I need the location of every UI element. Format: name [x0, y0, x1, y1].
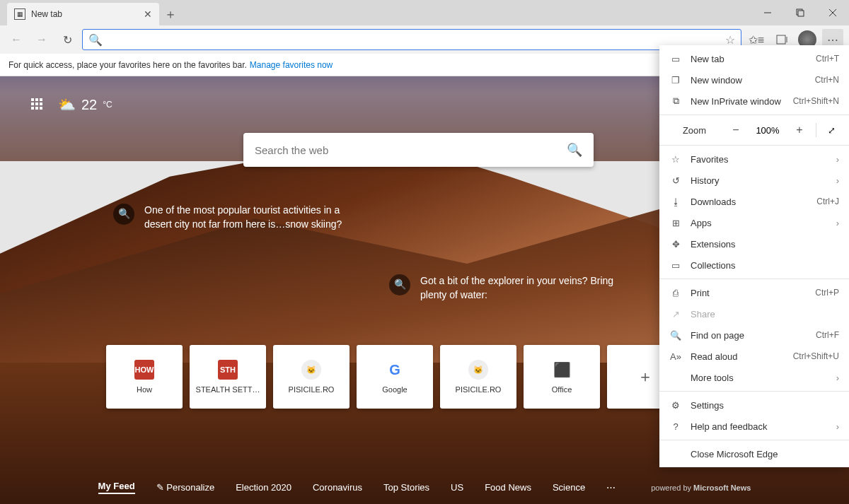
- page-layout-icon[interactable]: [31, 98, 44, 111]
- weather-unit: °C: [103, 100, 112, 110]
- menu-collections[interactable]: ▭Collections: [659, 254, 849, 276]
- zoom-in-button[interactable]: +: [790, 124, 809, 136]
- svg-rect-5: [777, 35, 785, 44]
- menu-apps[interactable]: ⊞Apps›: [659, 212, 849, 233]
- zoom-out-button[interactable]: −: [727, 124, 745, 136]
- menu-settings[interactable]: ⚙Settings: [659, 394, 849, 416]
- svg-rect-2: [798, 11, 804, 16]
- powered-by-label: powered by Microsoft News: [651, 484, 751, 492]
- collections-icon: ▭: [669, 260, 682, 271]
- zoom-label: Zoom: [669, 125, 720, 136]
- menu-new-inprivate[interactable]: ⧉New InPrivate windowCtrl+Shift+N: [659, 90, 849, 112]
- tab-favicon-icon: ▦: [14, 8, 25, 20]
- settings-menu: ▭New tabCtrl+T ❐New windowCtrl+N ⧉New In…: [659, 45, 849, 467]
- apps-icon: ⊞: [669, 218, 682, 228]
- titlebar: ▦ New tab ✕ ＋: [0, 0, 849, 25]
- menu-downloads[interactable]: ⭳DownloadsCtrl+J: [659, 191, 849, 212]
- menu-more-tools[interactable]: More tools›: [659, 367, 849, 388]
- extensions-icon: ✥: [669, 239, 682, 250]
- menu-help[interactable]: ?Help and feedback›: [659, 416, 849, 437]
- address-input[interactable]: [107, 35, 725, 45]
- chevron-right-icon: ›: [836, 154, 839, 165]
- quick-link-pisicile-2[interactable]: 🐱PISICILE.RO: [440, 345, 516, 409]
- manage-favorites-link[interactable]: Manage favorites now: [250, 60, 333, 70]
- chevron-right-icon: ›: [836, 175, 839, 186]
- quick-link-stealth[interactable]: STHSTEALTH SETT…: [190, 345, 266, 409]
- trivia-card-1[interactable]: 🔍 One of the most popular tourist activi…: [113, 204, 361, 231]
- feed-tab-coronavirus[interactable]: Coronavirus: [313, 482, 362, 493]
- plus-icon: ＋: [637, 366, 653, 387]
- new-tab-icon: ▭: [669, 54, 682, 64]
- favorites-hint: For quick access, place your favorites h…: [8, 60, 247, 70]
- download-icon: ⭳: [669, 197, 682, 207]
- tab-close-icon[interactable]: ✕: [144, 8, 152, 20]
- web-search-box[interactable]: 🔍: [243, 133, 594, 167]
- new-tab-button[interactable]: ＋: [159, 3, 182, 25]
- menu-find[interactable]: 🔍Find on pageCtrl+F: [659, 324, 849, 346]
- weather-widget[interactable]: ⛅ 22°C: [58, 96, 112, 113]
- magnify-icon: 🔍: [389, 274, 410, 295]
- feed-tab-science[interactable]: Science: [553, 482, 585, 493]
- tile-label: Office: [552, 385, 572, 394]
- top-widgets: ⛅ 22°C: [31, 96, 112, 113]
- share-icon: ↗: [669, 309, 682, 320]
- feed-tab-topstories[interactable]: Top Stories: [383, 482, 429, 493]
- print-icon: ⎙: [669, 288, 682, 298]
- gear-icon: ⚙: [669, 400, 682, 411]
- address-bar[interactable]: 🔍 ☆: [82, 29, 741, 50]
- tile-label: STEALTH SETT…: [196, 385, 260, 394]
- forward-button[interactable]: →: [31, 29, 52, 50]
- refresh-button[interactable]: ↻: [57, 29, 78, 50]
- menu-read-aloud[interactable]: A»Read aloudCtrl+Shift+U: [659, 346, 849, 367]
- tile-label: PISICILE.RO: [456, 385, 502, 394]
- menu-extensions[interactable]: ✥Extensions: [659, 233, 849, 254]
- feed-tab-personalize[interactable]: ✎ Personalize: [156, 482, 215, 493]
- quick-link-pisicile[interactable]: 🐱PISICILE.RO: [273, 345, 350, 409]
- tile-label: Google: [382, 385, 407, 394]
- menu-new-tab[interactable]: ▭New tabCtrl+T: [659, 48, 849, 69]
- close-window-button[interactable]: [816, 0, 849, 25]
- quick-link-how[interactable]: HOWHow: [106, 345, 183, 409]
- magnify-icon: 🔍: [113, 204, 134, 225]
- feed-tab-food[interactable]: Food News: [485, 482, 531, 493]
- menu-favorites[interactable]: ☆Favorites›: [659, 148, 849, 170]
- trivia-card-2[interactable]: 🔍 Got a bit of the explorer in your vein…: [389, 274, 637, 302]
- zoom-value: 100%: [752, 125, 783, 136]
- feed-tab-us[interactable]: US: [451, 482, 463, 493]
- find-icon: 🔍: [669, 330, 682, 341]
- feed-more-icon[interactable]: ⋯: [606, 482, 616, 493]
- tile-label: How: [137, 385, 152, 394]
- feed-tab-election[interactable]: Election 2020: [236, 482, 291, 493]
- search-submit-icon[interactable]: 🔍: [567, 142, 582, 158]
- new-window-icon: ❐: [669, 75, 682, 86]
- back-button[interactable]: ←: [6, 29, 27, 50]
- menu-history[interactable]: ↺History›: [659, 170, 849, 191]
- read-aloud-icon: A»: [669, 351, 682, 362]
- quick-link-office[interactable]: ⬛Office: [524, 345, 600, 409]
- chevron-right-icon: ›: [836, 373, 839, 383]
- quick-links: HOWHow STHSTEALTH SETT… 🐱PISICILE.RO GGo…: [106, 345, 683, 409]
- menu-zoom: Zoom − 100% + ⤢: [659, 118, 849, 142]
- browser-tab[interactable]: ▦ New tab ✕: [7, 3, 159, 25]
- star-icon: ☆: [669, 154, 682, 165]
- tile-label: PISICILE.RO: [289, 385, 335, 394]
- feed-tab-myfeed[interactable]: My Feed: [98, 481, 135, 494]
- fullscreen-button[interactable]: ⤢: [824, 125, 839, 136]
- minimize-button[interactable]: [751, 0, 784, 25]
- chevron-right-icon: ›: [836, 421, 839, 432]
- quick-link-google[interactable]: GGoogle: [357, 345, 433, 409]
- window-controls: [751, 0, 849, 25]
- tile-icon: HOW: [134, 360, 154, 380]
- menu-close-edge[interactable]: Close Microsoft Edge: [659, 443, 849, 464]
- tab-title: New tab: [31, 9, 62, 19]
- favorite-star-icon[interactable]: ☆: [725, 33, 735, 47]
- web-search-input[interactable]: [255, 144, 567, 156]
- weather-icon: ⛅: [58, 96, 76, 113]
- history-icon: ↺: [669, 175, 682, 186]
- maximize-button[interactable]: [784, 0, 816, 25]
- menu-print[interactable]: ⎙PrintCtrl+P: [659, 282, 849, 303]
- trivia-text: One of the most popular tourist activiti…: [144, 204, 361, 231]
- feed-nav: My Feed ✎ Personalize Election 2020 Coro…: [0, 481, 849, 494]
- tile-icon: ⬛: [552, 360, 572, 380]
- menu-new-window[interactable]: ❐New windowCtrl+N: [659, 69, 849, 90]
